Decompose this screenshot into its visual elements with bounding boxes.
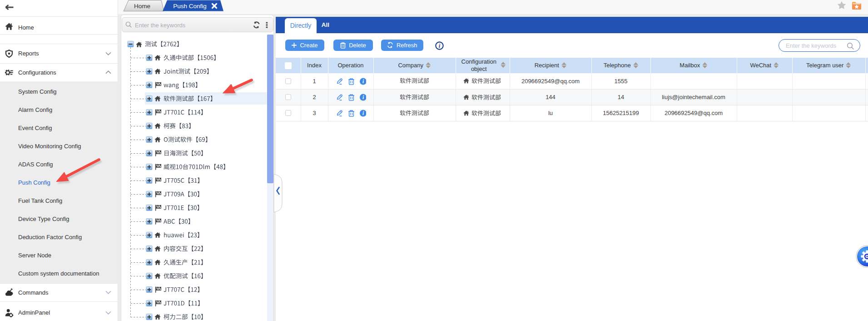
svg-text:Home: Home <box>134 3 150 10</box>
svg-text:i: i <box>439 43 441 49</box>
svg-text:Push Config: Push Config <box>173 3 207 10</box>
